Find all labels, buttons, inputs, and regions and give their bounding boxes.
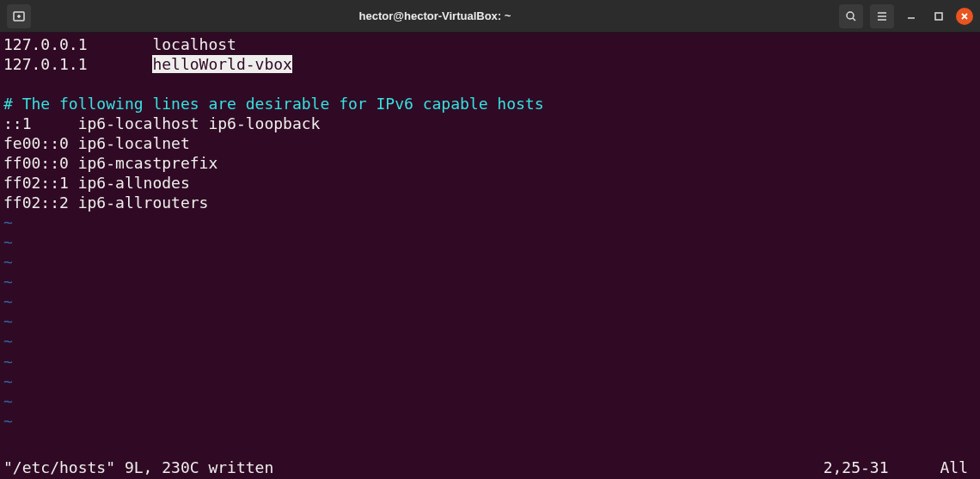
file-line: # The following lines are desirable for … (3, 94, 977, 114)
file-line: 127.0.1.1 helloWorld-vbox (3, 54, 977, 74)
empty-line-tilde: ~ (3, 372, 977, 391)
titlebar-left (7, 4, 31, 28)
empty-line-tilde: ~ (3, 252, 977, 272)
empty-line-tilde: ~ (3, 311, 977, 331)
minimize-button[interactable] (901, 6, 922, 27)
file-line: fe00::0 ip6-localnet (3, 133, 977, 153)
menu-button[interactable] (870, 4, 894, 28)
empty-line-tilde: ~ (3, 212, 977, 232)
svg-rect-2 (935, 13, 942, 20)
empty-line-tilde: ~ (3, 272, 977, 292)
file-line: ff02::2 ip6-allrouters (3, 193, 977, 212)
window-title: hector@hector-VirtualBox: ~ (38, 9, 832, 22)
status-position: 2,25-31 (824, 458, 889, 477)
terminal-content: 127.0.0.1 localhost127.0.1.1 helloWorld-… (3, 34, 977, 458)
svg-point-1 (847, 12, 854, 19)
maximize-button[interactable] (928, 6, 949, 27)
vim-statusline: "/etc/hosts" 9L, 230C written 2,25-31 Al… (3, 458, 977, 477)
file-line: ff00::0 ip6-mcastprefix (3, 153, 977, 173)
empty-line-tilde: ~ (3, 232, 977, 252)
titlebar-right (839, 4, 973, 28)
empty-line-tilde: ~ (3, 352, 977, 372)
status-scroll: All (940, 458, 968, 477)
search-button[interactable] (839, 4, 863, 28)
empty-line-tilde: ~ (3, 411, 977, 431)
titlebar: hector@hector-VirtualBox: ~ (0, 0, 980, 33)
terminal-area[interactable]: 127.0.0.1 localhost127.0.1.1 helloWorld-… (0, 33, 980, 479)
empty-line-tilde: ~ (3, 292, 977, 311)
close-button[interactable] (956, 8, 973, 25)
status-file: "/etc/hosts" 9L, 230C written (3, 458, 273, 477)
file-line: 127.0.0.1 localhost (3, 34, 977, 54)
file-line: ::1 ip6-localhost ip6-loopback (3, 114, 977, 133)
empty-line-tilde: ~ (3, 331, 977, 351)
file-line (3, 74, 977, 94)
new-tab-button[interactable] (7, 4, 31, 28)
file-line: ff02::1 ip6-allnodes (3, 173, 977, 193)
empty-line-tilde: ~ (3, 391, 977, 411)
